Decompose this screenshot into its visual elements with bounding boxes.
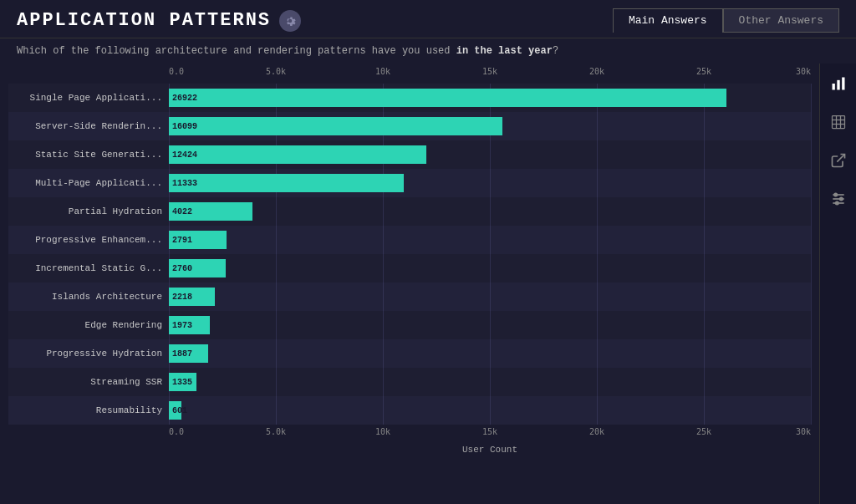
bar-fill: 16099 (169, 117, 502, 135)
bar-label: Static Site Generati... (8, 150, 169, 160)
gear-icon[interactable] (279, 10, 301, 32)
bar-value: 4022 (169, 207, 192, 216)
grid-line (597, 140, 598, 169)
tabs: Main Answers Other Answers (613, 8, 839, 33)
bar-value: 1887 (169, 349, 192, 359)
bar-value: 26922 (169, 94, 197, 103)
chart-area: 0.05.0k10k15k20k25k30kSingle Page Applic… (0, 64, 819, 504)
bar-label: Multi-Page Applicati... (8, 178, 169, 188)
tab-other-answers[interactable]: Other Answers (723, 8, 839, 33)
bar-row: Edge Rendering1973 (8, 311, 811, 339)
bar-row: Resumability601 (8, 396, 811, 425)
grid-line (597, 283, 598, 311)
bar-label: Resumability (8, 405, 169, 415)
bar-value: 1973 (169, 321, 192, 330)
grid-line (597, 197, 598, 226)
grid-line (383, 283, 384, 311)
bar-chart-icon[interactable] (827, 72, 850, 95)
grid-line (276, 368, 277, 396)
svg-point-13 (839, 197, 842, 200)
bar-value: 601 (169, 406, 187, 415)
grid-line (597, 311, 598, 339)
bar-value: 1335 (169, 378, 192, 387)
grid-line (704, 339, 705, 368)
grid-line (383, 226, 384, 254)
grid-line (811, 112, 812, 140)
axis-tick-top-2: 10k (375, 67, 390, 76)
grid-line (383, 197, 384, 226)
bar-label: Single Page Applicati... (8, 93, 169, 103)
grid-line (276, 311, 277, 339)
grid-line (276, 283, 277, 311)
bar-label: Progressive Enhancem... (8, 235, 169, 245)
grid-line (811, 254, 812, 283)
grid-line (490, 311, 491, 339)
bar-fill: 4022 (169, 202, 252, 221)
bar-row: Streaming SSR1335 (8, 368, 811, 396)
grid-line (383, 311, 384, 339)
bar-fill: 1973 (169, 316, 210, 334)
bar-value: 11333 (169, 179, 197, 188)
grid-line (490, 368, 491, 396)
bar-value: 16099 (169, 122, 197, 131)
grid-line (383, 368, 384, 396)
bar-fill: 1335 (169, 373, 196, 391)
bar-label: Partial Hydration (8, 206, 169, 216)
grid-line (704, 254, 705, 283)
grid-line (490, 226, 491, 254)
grid-line (704, 226, 705, 254)
filter-icon[interactable] (827, 187, 850, 211)
grid-line (276, 396, 277, 425)
bar-label: Islands Architecture (8, 292, 169, 302)
grid-line (811, 396, 812, 425)
bar-fill: 11333 (169, 174, 404, 192)
axis-tick-bottom-1: 5.0k (266, 427, 286, 436)
grid-line (490, 169, 491, 197)
grid-line (704, 197, 705, 226)
bar-fill: 2791 (169, 231, 227, 249)
bar-label: Progressive Hydration (8, 349, 169, 359)
axis-tick-top-5: 25k (696, 67, 711, 76)
axis-tick-top-0: 0.0 (169, 67, 184, 76)
page-title: APPLICATION PATTERNS (17, 10, 271, 31)
header-left: APPLICATION PATTERNS (17, 10, 301, 32)
axis-tick-top-1: 5.0k (266, 67, 286, 76)
grid-line (597, 254, 598, 283)
svg-rect-1 (837, 80, 839, 90)
grid-line (704, 112, 705, 140)
bar-value: 2218 (169, 293, 192, 302)
grid-line (704, 283, 705, 311)
bar-label: Server-Side Renderin... (8, 121, 169, 131)
bar-row: Single Page Applicati...26922 (8, 84, 811, 112)
grid-line (597, 112, 598, 140)
grid-line (704, 169, 705, 197)
bar-value: 2760 (169, 264, 192, 273)
grid-line (811, 283, 812, 311)
bar-row: Progressive Hydration1887 (8, 339, 811, 368)
tab-main-answers[interactable]: Main Answers (613, 8, 723, 33)
grid-line (704, 311, 705, 339)
axis-tick-bottom-6: 30k (796, 427, 811, 436)
bar-row: Partial Hydration4022 (8, 197, 811, 226)
bar-row: Incremental Static G...2760 (8, 254, 811, 283)
bar-fill: 12424 (169, 145, 426, 164)
axis-tick-bottom-0: 0.0 (169, 427, 184, 436)
svg-rect-0 (832, 84, 834, 90)
bar-label: Incremental Static G... (8, 263, 169, 273)
svg-rect-3 (832, 116, 844, 129)
grid-line (276, 339, 277, 368)
table-icon[interactable] (827, 110, 850, 134)
export-icon[interactable] (827, 149, 850, 172)
grid-line (811, 84, 812, 112)
bar-value: 2791 (169, 236, 192, 245)
bar-row: Static Site Generati...12424 (8, 140, 811, 169)
bar-fill: 2218 (169, 288, 215, 306)
grid-line (597, 169, 598, 197)
grid-line (490, 283, 491, 311)
grid-line (704, 140, 705, 169)
grid-line (490, 140, 491, 169)
grid-line (704, 396, 705, 425)
bar-fill: 26922 (169, 89, 726, 107)
grid-line (490, 339, 491, 368)
svg-rect-2 (842, 78, 844, 90)
